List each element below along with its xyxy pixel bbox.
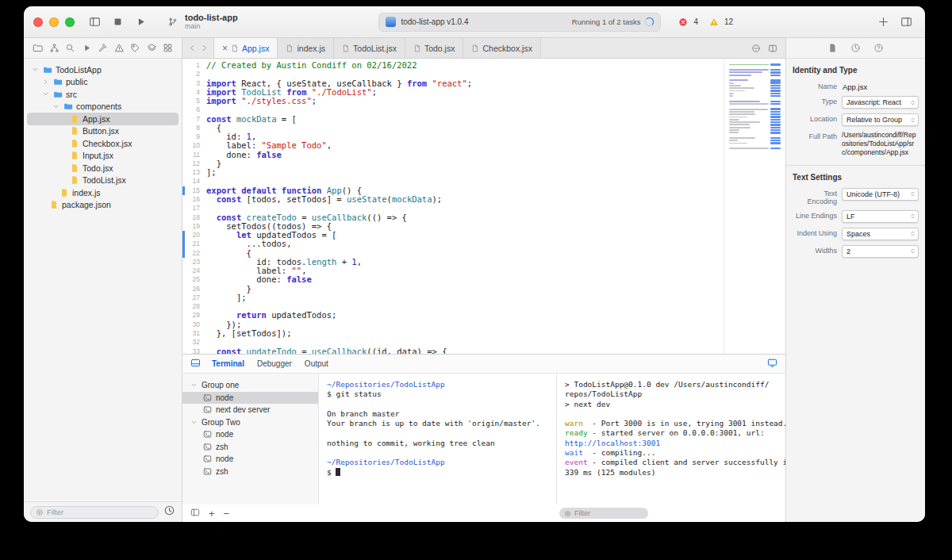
disclosure-right-icon[interactable] — [40, 77, 50, 86]
play-icon[interactable] — [135, 16, 147, 28]
minimize-window-button[interactable] — [49, 17, 59, 27]
sidebar-left-icon[interactable] — [190, 508, 200, 517]
tree-item-input-jsx[interactable]: Input.jsx — [27, 150, 178, 163]
activity-status-pill[interactable]: todo-list-app v1.0.4 Running 1 of 2 task… — [378, 13, 661, 32]
folder-icon[interactable] — [33, 43, 43, 53]
close-window-button[interactable] — [33, 17, 43, 27]
file-icon — [70, 151, 79, 160]
chevron-down-icon[interactable] — [190, 419, 198, 426]
code-line[interactable]: 5import "./styles.css"; — [182, 97, 724, 105]
session-node[interactable]: node — [182, 453, 318, 466]
tree-item-todolist-jsx[interactable]: TodoList.jsx — [27, 175, 178, 187]
chevron-down-icon[interactable] — [190, 382, 198, 389]
code-line[interactable]: 31 }, [setTodos]); — [182, 329, 724, 338]
code-editor[interactable]: 1// Created by Austin Condiff on 02/16/2… — [182, 59, 785, 354]
code-line[interactable]: 25 done: false — [182, 275, 724, 284]
vcs-icon[interactable] — [49, 43, 60, 53]
change-marker — [182, 249, 185, 258]
code-line[interactable]: 16 const [todos, setTodos] = useState(mo… — [182, 195, 724, 204]
sidebar-left-icon[interactable] — [89, 16, 101, 28]
editor-tab-app-jsx[interactable]: ×App.jsx — [213, 38, 278, 58]
minimap[interactable] — [724, 59, 785, 354]
clock-icon[interactable] — [163, 504, 175, 516]
session-node[interactable]: node — [182, 392, 318, 405]
history-icon[interactable] — [850, 43, 861, 53]
session-next-dev-server[interactable]: next dev server — [182, 404, 318, 416]
panel-tab-debugger[interactable]: Debugger — [257, 359, 292, 368]
session-group-one[interactable]: Group one — [182, 379, 318, 392]
session-node[interactable]: node — [182, 428, 318, 441]
zoom-window-button[interactable] — [65, 17, 75, 27]
tree-item-todo-jsx[interactable]: Todo.jsx — [27, 162, 178, 175]
play-icon[interactable] — [82, 43, 92, 53]
chevron-down-icon[interactable] — [30, 65, 40, 75]
warning-badge[interactable]: 12 — [706, 17, 733, 27]
editor-tab-checkbox-jsx[interactable]: Checkbox.jsx — [463, 38, 540, 58]
plus-icon[interactable] — [877, 16, 889, 28]
tree-item-button-jsx[interactable]: Button.jsx — [27, 125, 178, 138]
split-editor-icon[interactable] — [768, 44, 777, 53]
panel-bottom-icon[interactable] — [190, 358, 201, 368]
code-line[interactable]: 21 ...todos, — [182, 240, 724, 248]
code-line[interactable]: 13]; — [182, 168, 724, 177]
tree-item-src[interactable]: src — [27, 88, 178, 101]
editor-tab-todo-jsx[interactable]: Todo.jsx — [405, 38, 464, 58]
code-line[interactable]: 29 return updatedTodos; — [182, 311, 724, 320]
sidebar-right-icon[interactable] — [900, 16, 912, 28]
remove-terminal-button[interactable]: − — [224, 508, 230, 519]
session-zsh[interactable]: zsh — [182, 466, 318, 478]
tag-icon[interactable] — [130, 43, 140, 53]
panel-tab-output[interactable]: Output — [305, 359, 328, 368]
circle-minus-icon[interactable] — [751, 44, 761, 53]
chevron-left-icon[interactable] — [188, 44, 197, 52]
code-line[interactable]: 26 } — [182, 285, 724, 293]
popup-control[interactable]: Spaces — [842, 228, 919, 240]
editor-tab-todolist-jsx[interactable]: TodoList.jsx — [333, 38, 405, 58]
file-inspector-icon[interactable] — [827, 43, 838, 53]
tree-item-checkbox-jsx[interactable]: Checkbox.jsx — [27, 137, 178, 150]
panel-tab-terminal[interactable]: Terminal — [212, 359, 244, 368]
editor-tab-index-js[interactable]: index.js — [277, 38, 334, 58]
code-line[interactable]: 12 } — [182, 159, 724, 168]
terminal-right[interactable]: > TodoListApp@0.1.0 dev /Users/austincon… — [556, 374, 785, 504]
session-group-two[interactable]: Group Two — [182, 416, 318, 429]
code-area[interactable]: 1// Created by Austin Condiff on 02/16/2… — [182, 59, 724, 354]
terminal-left[interactable]: ~/Repositories/TodoListApp$ git status O… — [319, 374, 556, 504]
code-line[interactable]: 11 done: false — [182, 151, 724, 159]
chevron-right-icon[interactable] — [200, 44, 209, 52]
tree-item-public[interactable]: public — [27, 76, 178, 89]
popup-control[interactable]: Unicode (UTF-8) — [842, 188, 919, 201]
chevron-down-icon[interactable] — [51, 102, 60, 111]
warning-icon[interactable] — [114, 43, 125, 53]
session-zsh[interactable]: zsh — [182, 441, 318, 454]
grid-icon[interactable] — [163, 43, 173, 53]
tree-item-todolistapp[interactable]: TodoListApp — [27, 63, 178, 76]
build-icon[interactable] — [98, 43, 108, 53]
tree-item-app-jsx[interactable]: App.jsx — [27, 113, 178, 125]
search-icon[interactable] — [65, 43, 75, 53]
add-terminal-button[interactable]: + — [209, 508, 215, 519]
help-icon[interactable] — [873, 43, 884, 53]
display-icon[interactable] — [767, 358, 777, 368]
close-tab-icon[interactable]: × — [222, 44, 228, 53]
tree-item-index-js[interactable]: index.js — [27, 186, 178, 199]
stepper-control[interactable]: 2 — [842, 245, 919, 258]
popup-control[interactable]: Relative to Group — [842, 113, 919, 126]
popup-control[interactable]: Javascript: React — [842, 96, 919, 109]
navigator-filter-input[interactable]: Filter — [30, 506, 159, 519]
tree-item-components[interactable]: components — [27, 101, 178, 113]
error-badge[interactable]: 4 — [675, 17, 698, 27]
project-title-group: todo-list-app main — [164, 13, 238, 31]
code-line[interactable]: 27 ]; — [182, 293, 724, 302]
chevron-down-icon[interactable] — [40, 90, 50, 99]
layers-icon[interactable] — [147, 43, 157, 53]
line-number: 4 — [182, 88, 206, 97]
code-line[interactable]: 33 const updateTodo = useCallback((id, d… — [182, 347, 724, 355]
stop-icon[interactable] — [112, 16, 124, 28]
code-line[interactable]: 1// Created by Austin Condiff on 02/16/2… — [182, 61, 724, 70]
tree-item-package-json[interactable]: package.json — [27, 199, 178, 212]
code-line[interactable]: 7const mockData = [ — [182, 115, 724, 124]
code-line[interactable]: 8 { — [182, 124, 724, 132]
terminal-filter-input[interactable]: Filter — [559, 508, 648, 519]
popup-control[interactable]: LF — [842, 210, 919, 223]
